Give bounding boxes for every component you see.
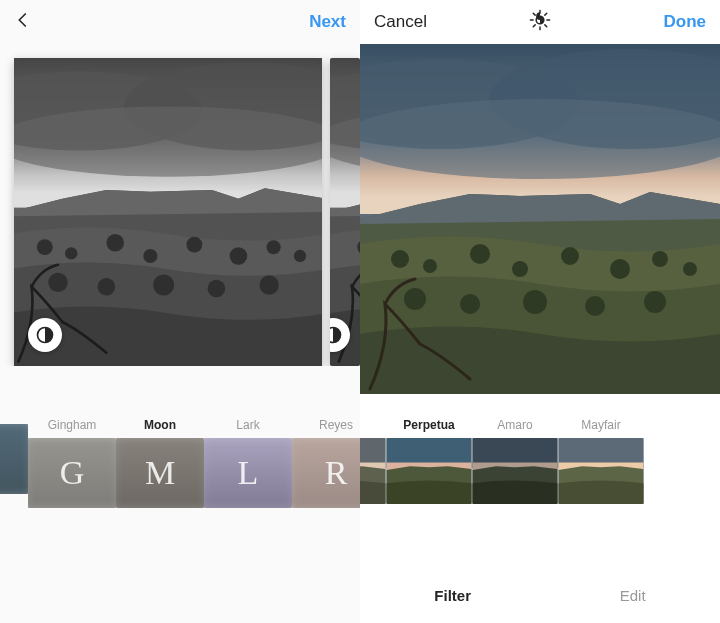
photo-carousel[interactable] [0, 44, 360, 366]
chevron-left-icon [14, 11, 32, 29]
contrast-icon [330, 325, 343, 345]
back-button[interactable] [14, 11, 32, 33]
filter-item-mayfair[interactable]: Mayfair [558, 418, 644, 504]
filter-label: Reyes [319, 418, 353, 432]
svg-line-30 [533, 25, 535, 27]
filter-item-gingham[interactable]: Gingham G [28, 418, 116, 508]
filter-label: Moon [144, 418, 176, 432]
filter-item-aden[interactable]: Aden [360, 418, 386, 504]
photo-preview [360, 44, 720, 394]
done-button[interactable]: Done [664, 12, 707, 32]
photo-preview-next [330, 58, 360, 366]
filter-strip[interactable]: Gingham G Moon M Lark L Reyes R [0, 418, 360, 528]
filter-item-reyes[interactable]: Reyes R [292, 418, 360, 508]
tab-edit[interactable]: Edit [620, 587, 646, 604]
next-button[interactable]: Next [309, 12, 346, 32]
filter-item-moon[interactable]: Moon M [116, 418, 204, 508]
filter-label: Lark [236, 418, 259, 432]
filter-label: Mayfair [581, 418, 620, 432]
lux-button[interactable] [28, 318, 62, 352]
svg-line-29 [545, 25, 547, 27]
filter-label: Amaro [497, 418, 532, 432]
filter-item-amaro[interactable]: Amaro [472, 418, 558, 504]
filter-item-lark[interactable]: Lark L [204, 418, 292, 508]
filter-item-perpetua[interactable]: Perpetua [386, 418, 472, 504]
bottom-tabs: Filter Edit [360, 567, 720, 623]
brightness-button[interactable] [529, 9, 551, 35]
svg-line-31 [545, 13, 547, 15]
filter-label: Gingham [48, 418, 97, 432]
contrast-icon [35, 325, 55, 345]
filter-item[interactable] [0, 418, 28, 494]
svg-line-28 [533, 13, 535, 15]
photo-preview [14, 58, 322, 366]
filter-strip[interactable]: Aden Perpetua Amaro Mayfair [360, 418, 720, 528]
sun-icon [529, 9, 551, 31]
cancel-button[interactable]: Cancel [374, 12, 427, 32]
tab-filter[interactable]: Filter [434, 587, 471, 604]
filter-label: Perpetua [403, 418, 454, 432]
